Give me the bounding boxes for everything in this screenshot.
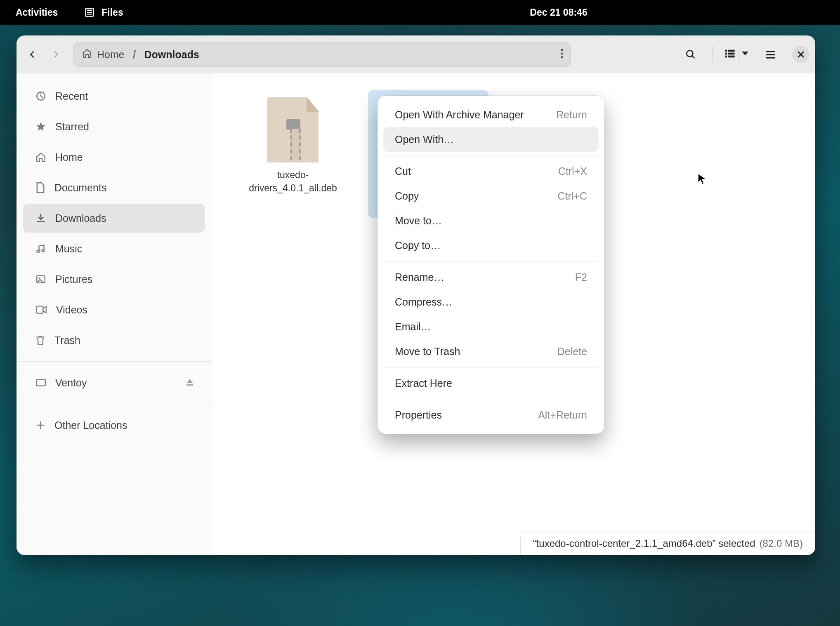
svg-point-21 (39, 278, 40, 279)
eject-icon[interactable] (185, 377, 194, 389)
search-button[interactable] (681, 45, 701, 64)
status-text: “tuxedo-control-center_2.1.1_amd64.deb” … (533, 538, 755, 549)
svg-rect-13 (728, 55, 734, 57)
svg-point-5 (561, 52, 563, 54)
sidebar-item-label: Recent (55, 90, 193, 102)
sidebar-item-label: Starred (55, 121, 193, 133)
svg-rect-14 (766, 51, 775, 52)
ctx-email[interactable]: Email… (383, 314, 599, 339)
ctx-label: Move to… (395, 215, 442, 227)
active-app-name: Files (101, 7, 123, 18)
svg-rect-12 (725, 55, 727, 57)
sidebar-item-label: Downloads (55, 212, 193, 224)
sidebar-item-pictures[interactable]: Pictures (23, 265, 205, 294)
sidebar-item-label: Videos (56, 304, 193, 316)
ctx-label: Copy to… (395, 240, 441, 252)
ctx-copy-to[interactable]: Copy to… (383, 233, 599, 258)
ctx-shortcut: Alt+Return (538, 409, 587, 421)
sidebar-item-label: Music (55, 243, 193, 255)
sidebar-item-label: Pictures (55, 273, 193, 285)
status-bar: “tuxedo-control-center_2.1.1_amd64.deb” … (520, 532, 815, 555)
file-item[interactable]: tuxedo-drivers_4.0.1_all.deb (233, 90, 353, 218)
ctx-properties[interactable]: Properties Alt+Return (383, 402, 599, 427)
sidebar-item-starred[interactable]: Starred (23, 112, 205, 141)
sidebar-item-recent[interactable]: Recent (23, 82, 205, 111)
ctx-open-with[interactable]: Open With… (383, 127, 599, 152)
svg-rect-15 (766, 54, 775, 55)
sidebar-item-downloads[interactable]: Downloads (23, 204, 205, 233)
list-view-button[interactable] (724, 48, 736, 61)
ctx-label: Extract Here (395, 377, 452, 389)
activities-button[interactable]: Activities (16, 7, 58, 18)
file-context-menu: Open With Archive Manager Return Open Wi… (378, 96, 604, 434)
ctx-label: Cut (395, 165, 411, 177)
view-divider (738, 48, 739, 61)
sidebar-item-other-locations[interactable]: Other Locations (23, 411, 205, 440)
ctx-shortcut: Return (556, 109, 587, 121)
nav-forward-button[interactable] (46, 45, 66, 64)
ctx-copy[interactable]: Copy Ctrl+C (383, 184, 599, 208)
clock[interactable]: Dec 21 08:46 (530, 7, 587, 18)
mouse-cursor-icon (697, 173, 707, 187)
svg-point-19 (42, 249, 45, 252)
breadcrumb-current[interactable]: Downloads (144, 49, 199, 61)
svg-rect-24 (186, 384, 193, 386)
svg-rect-10 (725, 52, 727, 54)
sidebar-separator (17, 361, 212, 362)
sidebar-item-trash[interactable]: Trash (23, 326, 205, 355)
ctx-shortcut: Delete (557, 346, 587, 358)
files-app-icon (84, 7, 95, 18)
ctx-move-to-trash[interactable]: Move to Trash Delete (383, 339, 599, 364)
view-options-dropdown[interactable] (741, 50, 749, 59)
svg-rect-11 (728, 52, 734, 54)
nav-back-button[interactable] (22, 45, 42, 64)
sidebar-item-label: Trash (54, 334, 193, 346)
svg-rect-23 (36, 379, 45, 386)
home-icon (82, 48, 92, 61)
breadcrumb-separator: / (132, 48, 137, 61)
ctx-label: Open With… (395, 134, 454, 146)
ctx-cut[interactable]: Cut Ctrl+X (383, 159, 599, 184)
ctx-extract-here[interactable]: Extract Here (383, 371, 599, 395)
ctx-separator (383, 367, 599, 367)
window-close-button[interactable] (792, 46, 809, 63)
sidebar-item-videos[interactable]: Videos (23, 295, 205, 324)
sidebar-separator (17, 404, 212, 404)
gnome-top-panel: Activities Files Dec 21 08:46 (0, 0, 840, 25)
sidebar-item-ventoy[interactable]: Ventoy (23, 368, 205, 397)
headerbar: Home / Downloads (17, 35, 815, 74)
ctx-move-to[interactable]: Move to… (383, 208, 599, 233)
places-sidebar: Recent Starred Home Documents Downloads … (17, 73, 212, 555)
path-menu-button[interactable] (560, 48, 564, 61)
ctx-compress[interactable]: Compress… (383, 289, 599, 314)
svg-rect-16 (766, 57, 775, 59)
ctx-open-archive-manager[interactable]: Open With Archive Manager Return (383, 102, 599, 127)
ctx-separator (383, 261, 599, 261)
ctx-rename[interactable]: Rename… F2 (383, 265, 599, 289)
sidebar-item-home[interactable]: Home (23, 143, 205, 172)
svg-rect-2 (87, 12, 92, 13)
breadcrumb-home-label: Home (97, 49, 125, 61)
archive-file-icon (267, 97, 319, 162)
sidebar-item-documents[interactable]: Documents (23, 173, 205, 202)
svg-rect-8 (725, 49, 727, 52)
ctx-label: Email… (395, 321, 431, 333)
sidebar-item-label: Documents (54, 182, 193, 194)
ctx-shortcut: F2 (575, 271, 587, 283)
sidebar-item-music[interactable]: Music (23, 234, 205, 263)
ctx-label: Move to Trash (395, 346, 460, 358)
svg-point-18 (37, 250, 40, 253)
active-app-indicator[interactable]: Files (84, 7, 123, 18)
svg-point-4 (561, 49, 563, 51)
breadcrumb-home[interactable]: Home (82, 48, 125, 61)
ctx-shortcut: Ctrl+C (557, 190, 587, 202)
ctx-label: Compress… (395, 296, 452, 308)
headerbar-divider (712, 46, 713, 63)
ctx-separator (383, 399, 599, 399)
svg-rect-22 (36, 306, 43, 313)
ctx-separator (383, 155, 599, 155)
svg-rect-9 (728, 49, 734, 52)
path-bar[interactable]: Home / Downloads (73, 42, 571, 67)
svg-point-6 (561, 56, 563, 58)
hamburger-menu-button[interactable] (761, 45, 781, 64)
